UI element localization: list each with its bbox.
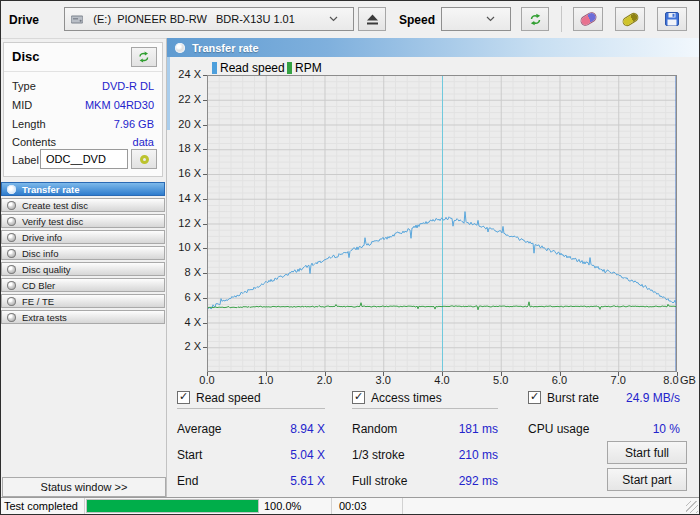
sidebar-item-transfer-rate[interactable]: Transfer rate (1, 182, 165, 196)
cpu-usage-label: CPU usage (528, 422, 589, 436)
disc-panel-title: Disc (12, 49, 39, 64)
divider (352, 408, 498, 409)
disc-icon (7, 265, 16, 274)
x-axis-unit: GB (680, 374, 700, 386)
cpu-usage-value: 10 % (598, 422, 680, 436)
burst-rate-checkbox[interactable] (528, 391, 541, 404)
y-axis-label: 10 X (163, 241, 201, 253)
full-stroke-label: Full stroke (352, 474, 407, 488)
read-speed-checkbox[interactable] (177, 391, 190, 404)
save-icon (665, 12, 679, 26)
panel-title: Transfer rate (192, 42, 259, 54)
transfer-rate-chart (207, 75, 677, 372)
save-button[interactable] (657, 7, 687, 31)
sidebar-item-label: Disc info (22, 248, 58, 259)
random-value: 181 ms (418, 422, 498, 436)
sidebar-item-cd-bler[interactable]: CD Bler (1, 278, 165, 292)
x-axis-tick (618, 372, 619, 376)
sidebar-item-disc-quality[interactable]: Disc quality (1, 262, 165, 276)
disc-contents-label: Contents (12, 136, 56, 148)
speed-select[interactable] (441, 7, 511, 31)
disc-label-label: Label (12, 154, 39, 166)
start-full-button[interactable]: Start full (607, 441, 687, 464)
one-third-stroke-value: 210 ms (418, 448, 498, 462)
start-part-button[interactable]: Start part (607, 468, 687, 491)
sidebar-item-label: Drive info (22, 232, 62, 243)
divider (4, 71, 162, 72)
toolbar-separator (561, 6, 562, 32)
x-axis-tick (207, 372, 208, 376)
sidebar-item-drive-info[interactable]: Drive info (1, 230, 165, 244)
y-axis-label: 24 X (163, 68, 201, 80)
sidebar-item-create-test-disc[interactable]: Create test disc (1, 198, 165, 212)
end-label: End (177, 474, 198, 488)
refresh-speed-button[interactable] (521, 7, 549, 31)
elapsed-time: 00:03 (333, 498, 403, 514)
average-label: Average (177, 422, 221, 436)
refresh-icon (137, 51, 151, 63)
refresh-icon (528, 13, 543, 26)
y-axis-label: 22 X (163, 93, 201, 105)
y-axis-label: 6 X (163, 291, 201, 303)
disc-type-label: Type (12, 80, 36, 92)
sidebar-item-disc-info[interactable]: Disc info (1, 246, 165, 260)
progress-percent: 100.0% (260, 498, 332, 514)
sidebar-item-extra-tests[interactable]: Extra tests (1, 310, 165, 324)
sidebar-item-label: Create test disc (22, 200, 88, 211)
x-axis-tick (325, 372, 326, 376)
x-axis-tick (677, 372, 678, 376)
resize-grip[interactable] (686, 501, 698, 513)
start-value: 5.04 X (245, 448, 325, 462)
y-axis-label: 2 X (163, 340, 201, 352)
eject-button[interactable] (358, 7, 386, 31)
random-label: Random (352, 422, 397, 436)
drive-icon (71, 0, 89, 48)
write-disc-button[interactable] (615, 7, 645, 31)
average-value: 8.94 X (245, 422, 325, 436)
disc-icon (7, 217, 16, 226)
eraser-icon (580, 12, 597, 27)
disc-label-input[interactable] (40, 149, 128, 169)
legend-swatch-rpm (287, 62, 292, 74)
disc-length-label: Length (12, 118, 46, 130)
status-window-button[interactable]: Status window >> (2, 477, 166, 497)
access-times-title: Access times (371, 391, 442, 405)
disc-icon (7, 249, 16, 258)
burst-rate-value: 24.9 MB/s (598, 391, 680, 405)
sidebar-item-label: Verify test disc (22, 216, 83, 227)
disc-icon (140, 155, 149, 164)
disc-icon (7, 233, 16, 242)
highlighter-icon (622, 12, 638, 26)
access-times-checkbox[interactable] (352, 391, 365, 404)
speed-label: Speed (399, 8, 435, 32)
progress-bar (86, 499, 259, 513)
disc-mid-value: MKM 04RD30 (85, 99, 154, 111)
x-axis-tick (501, 372, 502, 376)
sidebar-item-verify-test-disc[interactable]: Verify test disc (1, 214, 165, 228)
statusbar: Test completed 100.0% 00:03 (1, 497, 699, 514)
disc-icon (7, 185, 16, 194)
x-axis-tick (560, 372, 561, 376)
sidebar-item-label: CD Bler (22, 280, 55, 291)
erase-disc-button[interactable] (573, 7, 603, 31)
refresh-disc-button[interactable] (131, 47, 157, 67)
disc-icon (7, 281, 16, 290)
y-axis-label: 4 X (163, 316, 201, 328)
sidebar-item-label: Disc quality (22, 264, 71, 275)
disc-icon (7, 201, 16, 210)
drive-select-value: (E:) PIONEER BD-RW BDR-X13U 1.01 (93, 13, 295, 25)
set-label-button[interactable] (131, 149, 157, 169)
drive-select[interactable]: (E:) PIONEER BD-RW BDR-X13U 1.01 (64, 7, 354, 31)
sidebar-item-label: Transfer rate (22, 184, 80, 195)
end-value: 5.61 X (245, 474, 325, 488)
eject-icon (366, 14, 379, 25)
start-label: Start (177, 448, 202, 462)
x-axis-tick (442, 372, 443, 376)
disc-mid-label: MID (12, 99, 32, 111)
sidebar-item-fe-te[interactable]: FE / TE (1, 294, 165, 308)
statusbar-text: Test completed (1, 498, 85, 514)
disc-type-value: DVD-R DL (102, 80, 154, 92)
y-axis-label: 16 X (163, 167, 201, 179)
x-axis-tick (266, 372, 267, 376)
legend-swatch-read-speed (212, 62, 217, 74)
